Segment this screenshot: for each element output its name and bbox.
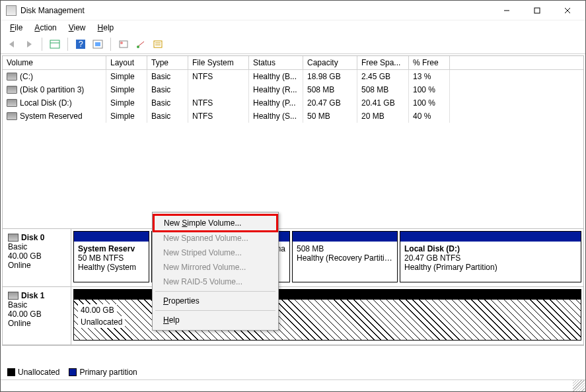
disk-icon [8,234,18,242]
disk-graphical-view: Disk 0 Basic 40.00 GB Online System Rese… [2,229,584,346]
svg-rect-4 [50,40,59,48]
volume-icon [7,112,17,120]
nav-back-button[interactable] [5,37,19,51]
col-capacity[interactable]: Capacity [303,56,357,70]
disk0-partition-local-disk-d[interactable]: Local Disk (D:) 20.47 GB NTFS Healthy (P… [400,231,581,282]
disk-row-0: Disk 0 Basic 40.00 GB Online System Rese… [3,229,583,287]
menu-action[interactable]: Action [29,22,61,34]
legend: Unallocated Primary partition [3,365,141,379]
svg-point-12 [137,46,139,48]
ctx-properties[interactable]: Properties [154,294,277,308]
settings-button[interactable] [91,37,105,51]
ctx-new-raid5-volume: New RAID-5 Volume... [154,275,277,289]
table-row[interactable]: (Disk 0 partition 3)SimpleBasicHealthy (… [3,83,583,96]
table-row[interactable]: System ReservedSimpleBasicNTFSHealthy (S… [3,110,583,123]
list-button[interactable] [151,37,165,51]
col-type[interactable]: Type [147,56,188,70]
show-hide-console-tree-button[interactable] [48,37,62,51]
legend-unallocated: Unallocated [7,368,59,377]
volume-icon [7,86,17,94]
ctx-new-mirrored-volume: New Mirrored Volume... [154,260,277,275]
col-pctfree[interactable]: % Free [409,56,450,70]
status-bar [1,379,585,391]
highlight-annotation: New Simple Volume... [153,214,278,232]
resize-grip[interactable] [573,380,585,392]
col-freespace[interactable]: Free Spa... [357,56,409,70]
col-layout[interactable]: Layout [106,56,147,70]
ctx-new-spanned-volume: New Spanned Volume... [154,231,277,245]
table-row[interactable]: Local Disk (D:)SimpleBasicNTFSHealthy (P… [3,96,583,110]
ctx-new-simple-volume[interactable]: New Simple Volume... [155,216,276,230]
svg-rect-1 [534,8,540,13]
close-button[interactable] [552,1,583,20]
svg-rect-9 [95,42,100,46]
menubar: FFileile Action View Help [1,20,585,35]
disk0-partition-recovery[interactable]: 508 MB Healthy (Recovery Partition [292,231,398,282]
disk0-header[interactable]: Disk 0 Basic 40.00 GB Online [3,229,71,286]
volume-table: Volume Layout Type File System Status Ca… [2,55,584,229]
app-icon [6,5,17,16]
volume-icon [7,99,17,107]
disk1-unallocated[interactable]: 40.00 GB Unallocated [73,289,581,341]
menu-file[interactable]: FFileile [5,22,28,34]
menu-view[interactable]: View [63,22,91,34]
table-header: Volume Layout Type File System Status Ca… [3,56,583,70]
refresh-button[interactable] [116,37,131,51]
disk0-partition-system-reserved[interactable]: System Reserv 50 MB NTFS Healthy (System [73,231,149,282]
nav-forward-button[interactable] [22,37,36,51]
menu-help[interactable]: Help [92,22,120,34]
col-filesystem[interactable]: File System [188,56,249,70]
volume-icon [7,73,17,81]
toolbar: ? [1,35,585,54]
ctx-new-striped-volume: New Striped Volume... [154,245,277,260]
window-title: Disk Management [20,6,492,15]
col-volume[interactable]: Volume [3,56,106,70]
svg-point-11 [120,42,123,44]
legend-primary-partition: Primary partition [69,368,137,377]
titlebar: Disk Management [1,1,585,20]
context-menu: New Simple Volume... New Spanned Volume.… [152,212,279,331]
table-row[interactable]: (C:)SimpleBasicNTFSHealthy (B...18.98 GB… [3,70,583,83]
svg-text:?: ? [79,40,83,49]
disk1-header[interactable]: Disk 1 Basic 40.00 GB Online [3,287,71,344]
disk-icon [8,292,18,300]
action-button[interactable] [133,37,148,51]
svg-rect-13 [154,41,162,48]
minimize-button[interactable] [492,1,522,20]
disk-row-1: Disk 1 Basic 40.00 GB Online 40.00 GB Un… [3,287,583,345]
maximize-button[interactable] [522,1,552,20]
ctx-help[interactable]: Help [154,313,277,327]
help-button[interactable]: ? [73,37,88,51]
table-body: (C:)SimpleBasicNTFSHealthy (B...18.98 GB… [3,70,583,228]
col-status[interactable]: Status [249,56,303,70]
